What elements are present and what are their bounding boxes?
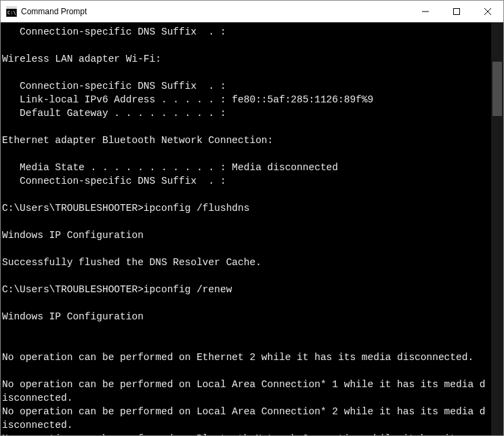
- terminal-output[interactable]: Connection-specific DNS Suffix . : Wirel…: [1, 22, 491, 435]
- scrollbar-track[interactable]: [491, 22, 503, 435]
- titlebar: C:\ Command Prompt: [1, 1, 503, 22]
- maximize-button[interactable]: [441, 1, 472, 22]
- window-controls: [410, 1, 503, 22]
- svg-text:C:\: C:\: [7, 10, 16, 16]
- svg-rect-4: [454, 8, 460, 14]
- terminal-container: Connection-specific DNS Suffix . : Wirel…: [1, 22, 503, 435]
- svg-rect-1: [6, 6, 17, 9]
- command-prompt-icon: C:\: [6, 6, 17, 17]
- minimize-button[interactable]: [410, 1, 441, 22]
- close-button[interactable]: [472, 1, 503, 22]
- scrollbar-thumb[interactable]: [492, 62, 502, 116]
- window-title: Command Prompt: [21, 7, 410, 16]
